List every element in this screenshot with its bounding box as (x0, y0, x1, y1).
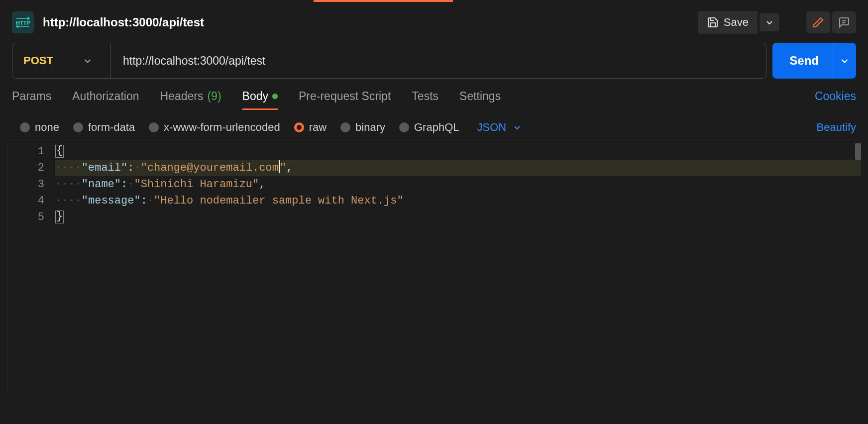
save-dropdown-button[interactable] (760, 13, 779, 31)
whitespace: ···· (55, 178, 82, 191)
editor-line: 3 ····"name":·"Shinichi Haramizu", (7, 176, 861, 193)
whitespace: ···· (55, 195, 82, 207)
text-cursor (279, 160, 280, 173)
radio-none-label: none (35, 121, 59, 134)
send-label: Send (772, 54, 833, 68)
cookies-link[interactable]: Cookies (815, 90, 856, 110)
http-icon: HTTP (12, 11, 34, 33)
save-button-group: Save (698, 11, 779, 34)
comment-icon-button[interactable] (832, 11, 856, 33)
line-number: 5 (7, 209, 55, 225)
whitespace: · (147, 195, 154, 207)
tab-headers[interactable]: Headers (9) (160, 90, 221, 110)
radio-icon-checked (294, 122, 304, 132)
send-dropdown-button[interactable] (833, 43, 856, 79)
radio-icon (340, 122, 350, 132)
editor-line: 4 ····"message":·"Hello nodemailer sampl… (7, 193, 861, 209)
tab-body[interactable]: Body (242, 90, 278, 110)
editor-line: 1 { (7, 143, 861, 160)
json-key: "name" (82, 178, 121, 191)
comma: , (259, 178, 265, 191)
url-container: POST (12, 43, 766, 79)
request-tabs: Params Authorization Headers (9) Body Pr… (0, 86, 868, 110)
headers-count: (9) (207, 90, 221, 103)
chevron-down-icon (840, 56, 849, 65)
tab-authorization[interactable]: Authorization (72, 90, 139, 110)
tab-tests[interactable]: Tests (412, 90, 438, 110)
colon: : (121, 178, 127, 191)
colon: : (127, 162, 134, 174)
radio-icon (20, 122, 30, 132)
save-button[interactable]: Save (698, 11, 758, 34)
body-modified-dot (272, 94, 278, 99)
tab-active-indicator (314, 0, 453, 2)
chevron-down-icon (83, 56, 92, 65)
whitespace: ···· (55, 162, 82, 174)
beautify-link[interactable]: Beautify (817, 121, 857, 134)
radio-raw[interactable]: raw (294, 121, 326, 134)
editor-scrollbar[interactable] (855, 143, 861, 160)
radio-none[interactable]: none (20, 121, 59, 134)
colon: : (141, 195, 147, 207)
radio-xwww[interactable]: x-www-form-urlencoded (149, 121, 280, 134)
brace-close: } (55, 211, 64, 223)
radio-graphql-label: GraphQL (414, 121, 459, 134)
method-select[interactable]: POST (12, 43, 111, 78)
radio-xwww-label: x-www-form-urlencoded (164, 121, 280, 134)
header-bar: HTTP http://localhost:3000/api/test Save (0, 2, 868, 43)
json-string: "Shinichi Haramizu" (134, 178, 259, 191)
json-string: " (280, 162, 286, 174)
json-key: "email" (82, 162, 127, 174)
body-editor[interactable]: 1 { 2 ····"email":·"change@youremail.com… (7, 143, 861, 392)
line-number: 1 (7, 143, 55, 160)
body-type-row: none form-data x-www-form-urlencoded raw… (0, 110, 868, 140)
tab-settings[interactable]: Settings (459, 90, 501, 110)
editor-line: 2 ····"email":·"change@youremail.com", (7, 160, 861, 176)
brace-open: { (55, 145, 64, 158)
radio-binary-label: binary (355, 121, 385, 134)
request-title: http://localhost:3000/api/test (43, 15, 689, 29)
editor-line: 5 } (7, 209, 861, 225)
radio-icon (149, 122, 159, 132)
radio-formdata[interactable]: form-data (73, 121, 135, 134)
tab-body-label: Body (242, 90, 268, 103)
edit-icon-button[interactable] (806, 11, 830, 33)
url-input[interactable] (111, 43, 766, 78)
radio-formdata-label: form-data (88, 121, 135, 134)
tab-params[interactable]: Params (12, 90, 51, 110)
raw-format-label: JSON (477, 121, 507, 134)
radio-icon (399, 122, 409, 132)
json-string: "change@youremail.com (141, 162, 279, 174)
whitespace: · (127, 178, 134, 191)
line-number: 2 (7, 160, 55, 176)
send-button[interactable]: Send (772, 43, 856, 79)
right-icon-group (806, 11, 856, 33)
tab-prerequest[interactable]: Pre-request Script (299, 90, 391, 110)
tab-headers-label: Headers (160, 90, 204, 103)
line-number: 3 (7, 176, 55, 193)
request-url-row: POST Send (0, 43, 868, 86)
json-string: "Hello nodemailer sample with Next.js" (154, 195, 404, 207)
whitespace: · (134, 162, 140, 174)
radio-icon (73, 122, 83, 132)
comma: , (286, 162, 293, 174)
method-label: POST (23, 54, 53, 67)
chevron-down-icon (513, 123, 521, 131)
raw-format-dropdown[interactable]: JSON (477, 121, 522, 134)
radio-raw-label: raw (309, 121, 326, 134)
radio-graphql[interactable]: GraphQL (399, 121, 459, 134)
line-number: 4 (7, 193, 55, 209)
save-label: Save (724, 16, 749, 29)
radio-binary[interactable]: binary (340, 121, 385, 134)
json-key: "message" (82, 195, 141, 207)
